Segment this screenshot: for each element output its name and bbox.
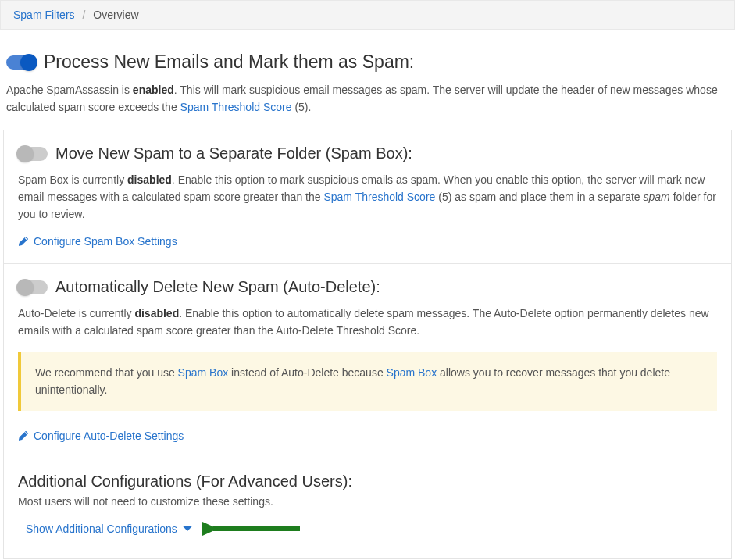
process-title: Process New Emails and Mark them as Spam…: [44, 52, 414, 73]
breadcrumb-separator: /: [82, 9, 85, 21]
configure-autodelete-label: Configure Auto-Delete Settings: [34, 430, 184, 442]
autodelete-section: Automatically Delete New Spam (Auto-Dele…: [4, 264, 731, 458]
spambox-toggle[interactable]: [18, 147, 48, 161]
advanced-section: Additional Configurations (For Advanced …: [4, 458, 731, 558]
breadcrumb-current: Overview: [93, 9, 138, 21]
annotation-arrow: [202, 519, 304, 541]
autodelete-toggle[interactable]: [18, 280, 48, 294]
process-section: Process New Emails and Mark them as Spam…: [3, 30, 732, 116]
spambox-title: Move New Spam to a Separate Folder (Spam…: [55, 144, 412, 162]
chevron-down-icon: [182, 523, 193, 534]
options-panel: Move New Spam to a Separate Folder (Spam…: [3, 130, 732, 559]
process-toggle[interactable]: [6, 55, 36, 70]
configure-autodelete-button[interactable]: Configure Auto-Delete Settings: [18, 430, 184, 442]
configure-spambox-label: Configure Spam Box Settings: [34, 235, 177, 248]
breadcrumb: Spam Filters / Overview: [0, 0, 735, 30]
show-advanced-button[interactable]: Show Additional Configurations: [26, 523, 193, 535]
pencil-icon: [18, 430, 29, 441]
advanced-title: Additional Configurations (For Advanced …: [18, 473, 717, 490]
spambox-threshold-link[interactable]: Spam Threshold Score: [323, 191, 435, 203]
configure-spambox-button[interactable]: Configure Spam Box Settings: [18, 235, 177, 248]
autodelete-description: Auto-Delete is currently disabled. Enabl…: [18, 305, 717, 339]
callout-spambox-link-1[interactable]: Spam Box: [178, 366, 229, 379]
breadcrumb-root-link[interactable]: Spam Filters: [13, 9, 75, 21]
spambox-section: Move New Spam to a Separate Folder (Spam…: [4, 130, 731, 263]
show-advanced-label: Show Additional Configurations: [26, 523, 177, 535]
autodelete-callout: We recommend that you use Spam Box inste…: [18, 352, 717, 411]
callout-spambox-link-2[interactable]: Spam Box: [387, 366, 437, 379]
autodelete-title: Automatically Delete New Spam (Auto-Dele…: [55, 278, 380, 296]
spam-threshold-link[interactable]: Spam Threshold Score: [180, 101, 292, 113]
pencil-icon: [18, 236, 29, 247]
advanced-subtitle: Most users will not need to customize th…: [18, 495, 717, 508]
process-description: Apache SpamAssassin is enabled. This wil…: [6, 82, 729, 116]
spambox-description: Spam Box is currently disabled. Enable t…: [18, 172, 717, 223]
